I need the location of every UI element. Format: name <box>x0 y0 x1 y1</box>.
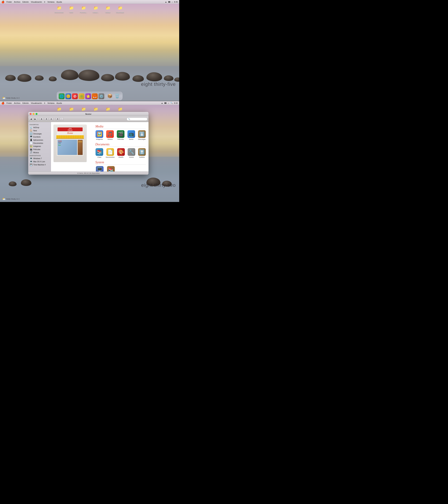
desktop-icon-documentos[interactable]: 📁 Documentos <box>55 5 64 13</box>
apple-menu-2[interactable]: 🍎 <box>1 102 4 105</box>
documentos-icon-2: 📁 <box>56 106 62 112</box>
dock-icon-target[interactable]: 🎯 <box>72 93 78 99</box>
media-section-title: Media <box>95 125 146 129</box>
ubiduo-label: Ubiduo <box>105 12 111 13</box>
archivo-menu-2[interactable]: Archivo <box>14 102 20 104</box>
dock-icon-gear[interactable]: ⚙️ <box>98 93 104 99</box>
share-button[interactable]: ↑ <box>60 118 63 121</box>
content-icon-peliculas[interactable]: 🎬 Películas <box>117 130 125 140</box>
iconos-box-icon: 🔧 <box>128 148 135 156</box>
forward-button[interactable]: ▶ <box>34 118 37 121</box>
icon-view-button[interactable]: ⊞ <box>39 118 44 121</box>
dock-icon-firefox[interactable]: 🦊 <box>92 93 98 99</box>
documents-icons-row: 📚 Clase 📄 Documentos 🎨 Diseño 🔧 <box>95 148 146 158</box>
menubar-1: 🍎 Finder Archivo Edición Visualización I… <box>0 0 179 4</box>
content-icon-subidos[interactable]: ⬆️ Subidos <box>138 148 146 158</box>
sidebar-item-timemachine[interactable]: 💾 Time Machine # <box>28 163 51 166</box>
sidebar-item-macosx[interactable]: 💻 Mac OS X Lion <box>28 160 51 163</box>
sidebar-item-airdrop[interactable]: 📡 AirDrop <box>28 126 51 129</box>
apple-menu[interactable]: 🍎 <box>1 0 4 3</box>
descargas-icon: ⬇️ <box>30 132 32 135</box>
dock-icon-star[interactable]: ⭐ <box>85 93 91 99</box>
sidebar-item-aplicaciones[interactable]: 📱 Aplicaciones <box>28 138 51 142</box>
screen-1: 🍎 Finder Archivo Edición Visualización I… <box>0 0 179 101</box>
visualizacion-menu[interactable]: Visualización <box>31 1 42 3</box>
finder-status-text: 12 items, 993.42 GB disponibles <box>77 172 100 174</box>
dispositivos-label: DISPOSITIVOS <box>28 154 51 157</box>
content-icon-imagenes[interactable]: 🖼️ Imágenes <box>95 130 103 140</box>
weather-text-1: Partly Cloudy, 21 C <box>6 97 20 99</box>
finder-search-box[interactable]: 🔍 <box>127 118 147 121</box>
sidebar-item-escritorio[interactable]: 🖥️ Escritorio <box>28 135 51 138</box>
windows7-label: Windows 7 <box>33 158 42 160</box>
desktop-icon-work[interactable]: 📁 Work <box>67 5 76 13</box>
ayuda-menu[interactable]: Ayuda <box>57 1 62 3</box>
back-button[interactable]: ◀ <box>29 118 33 121</box>
dock-icon-globe[interactable]: 🌐 <box>59 93 65 99</box>
content-icon-diseno[interactable]: 🎨 Diseño <box>117 148 125 158</box>
sidebar-item-documentos[interactable]: 📄 Documentos <box>28 142 51 145</box>
documentos-sidebar-label: Documentos <box>33 142 43 144</box>
column-view-button[interactable]: ⊟ <box>49 118 53 121</box>
content-icon-series[interactable]: 📺 Series <box>127 130 135 140</box>
menubar-volume-icon: ♪ <box>172 1 173 3</box>
maximize-button[interactable] <box>36 113 38 115</box>
menubar-battery-icon-2: ▮▮ <box>164 102 166 104</box>
finder-menu-2[interactable]: Finder <box>6 102 12 104</box>
sidebar-item-descargas[interactable]: ⬇️ Descargas <box>28 132 51 135</box>
sidebar-item-imagenes[interactable]: 🖼️ Imágenes <box>28 145 51 148</box>
desktop-icon-ubiduo[interactable]: 📁 Ubiduo <box>103 5 113 13</box>
menubar-battery-icon: ▮▮ <box>168 1 170 3</box>
musica-sidebar-icon: 🎵 <box>30 151 32 154</box>
imagenes-sidebar-label: Imágenes <box>33 145 41 147</box>
iconos-content-label: Iconos <box>129 156 134 158</box>
menubar-clock-2: 8:32 <box>174 102 178 104</box>
sidebar-item-nest[interactable]: 🏠 Nest <box>28 129 51 132</box>
visualizacion-menu-2[interactable]: Visualización <box>31 102 42 104</box>
ayuda-menu-2[interactable]: Ayuda <box>57 102 62 104</box>
aplicaciones-icon: 📱 <box>30 139 32 141</box>
airdrop-icon: 📡 <box>30 126 32 129</box>
sidebar-item-peliculas[interactable]: 🎬 Películas <box>28 148 51 151</box>
desktop-icon-persona[interactable]: 📁 Persona... <box>79 5 88 13</box>
dock-icon-stack[interactable]: 📦 <box>107 93 113 99</box>
downloads-icon: 📁 <box>117 5 123 11</box>
content-icon-libreria[interactable]: 📚 Librería <box>107 166 115 171</box>
content-icon-descargas[interactable]: ⬇️ Descargas <box>138 130 146 140</box>
finder-sidebar: FAVORITOS 📡 AirDrop 🏠 Nest ⬇️ Descargas … <box>28 122 51 171</box>
desktop-icon-instale[interactable]: 📁 Instale... <box>91 5 100 13</box>
dock-icon-pinwheel[interactable]: ✳️ <box>79 93 85 99</box>
content-icon-iconos[interactable]: 🔧 Iconos <box>127 148 136 158</box>
nest-icon: 🏠 <box>30 129 32 132</box>
finder-menu[interactable]: Finder <box>6 1 12 3</box>
list-view-button[interactable]: ☰ <box>44 118 48 121</box>
ventana-menu[interactable]: Ventana <box>47 1 54 3</box>
desktop-icon-downloads[interactable]: 📁 Downloads <box>116 5 125 13</box>
work-label: Work <box>70 12 73 13</box>
dock-icon-trash[interactable]: 🗑️ <box>114 93 121 99</box>
menubar-volume-icon-2: ♪ <box>168 102 169 104</box>
minimize-button[interactable] <box>33 113 35 115</box>
content-icon-musica[interactable]: 🎵 Música <box>106 130 114 140</box>
ir-menu[interactable]: Ir <box>44 1 45 3</box>
ir-menu-2[interactable]: Ir <box>44 102 45 104</box>
content-icon-escritorio-sys[interactable]: 🖥️ Escritorio <box>95 166 104 171</box>
close-button[interactable] <box>30 113 32 115</box>
archivo-menu[interactable]: Archivo <box>14 1 20 3</box>
descargas-box-icon: ⬇️ <box>138 130 146 138</box>
ventana-menu-2[interactable]: Ventana <box>47 102 54 104</box>
media-icons-row: 🖼️ Imágenes 🎵 Música 🎬 Películas 📺 <box>95 130 146 140</box>
sidebar-item-windows7[interactable]: 💻 Windows 7 <box>28 157 51 160</box>
edicion-menu-2[interactable]: Edición <box>22 102 29 104</box>
action-button[interactable]: ⚙ <box>56 118 59 121</box>
clase-box-icon: 📚 <box>96 148 103 156</box>
content-icon-documentos-main[interactable]: 📄 Documentos <box>106 148 115 158</box>
sidebar-item-musica[interactable]: 🎵 Música <box>28 151 51 154</box>
macosx-icon: 💻 <box>30 160 32 163</box>
dock-icon-finder2[interactable]: 😊 <box>65 93 71 99</box>
home-banner: ATMPRESS Home HUGE SELEC- TION <box>54 125 92 162</box>
edicion-menu[interactable]: Edición <box>22 1 29 3</box>
musica-box-icon: 🎵 <box>106 130 114 138</box>
content-icon-clase[interactable]: 📚 Clase <box>95 148 103 158</box>
menubar-search-icon[interactable]: 🔍 <box>170 102 173 104</box>
